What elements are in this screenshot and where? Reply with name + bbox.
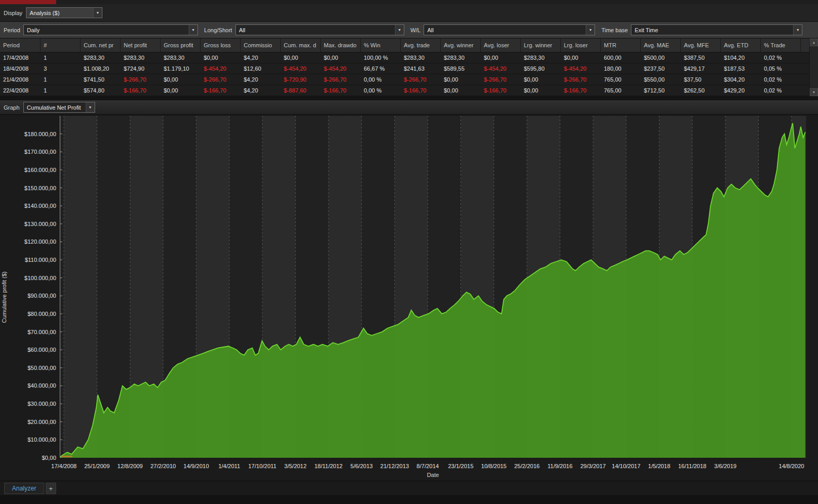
x-axis-tick-label: 14/10/2017 bbox=[612, 463, 640, 469]
table-cell: $429,17 bbox=[681, 63, 721, 74]
table-row[interactable]: 21/4/20081$741,50$-266,70$0,00$-266,70$4… bbox=[0, 74, 818, 85]
table-cell: $-454,20 bbox=[481, 63, 521, 74]
scroll-down-icon[interactable]: ▼ bbox=[810, 88, 818, 96]
display-select[interactable]: Analysis ($) ▼ bbox=[26, 7, 102, 18]
table-cell: $-720,90 bbox=[281, 74, 321, 85]
cumulative-net-profit-plot[interactable] bbox=[60, 116, 806, 458]
timebase-filter-group: Time base Exit Time ▼ bbox=[601, 24, 802, 35]
table-cell: $-887,60 bbox=[281, 85, 321, 96]
graph-toolbar: Graph Cumulative Net Profit ▼ bbox=[0, 100, 818, 115]
table-cell: 3 bbox=[41, 63, 81, 74]
tab-analyzer[interactable]: Analyzer bbox=[4, 483, 44, 494]
column-header[interactable]: Period bbox=[0, 38, 41, 52]
table-cell: $0,00 bbox=[521, 74, 561, 85]
column-header[interactable]: Gross loss bbox=[201, 38, 241, 52]
table-cell: $0,00 bbox=[441, 74, 481, 85]
table-cell: $589,55 bbox=[441, 63, 481, 74]
window-title-strip bbox=[0, 0, 818, 4]
y-axis-tick-label: $160.000,00 bbox=[4, 166, 56, 174]
table-cell: 1 bbox=[41, 85, 81, 96]
column-header[interactable]: Net profit bbox=[121, 38, 161, 52]
table-cell: $0,00 bbox=[481, 52, 521, 63]
table-cell: $0,00 bbox=[161, 74, 201, 85]
table-cell: $304,20 bbox=[721, 74, 761, 85]
table-cell: $-166,70 bbox=[561, 85, 601, 96]
column-header[interactable]: Commissio bbox=[241, 38, 281, 52]
table-cell: $-454,20 bbox=[321, 63, 361, 74]
column-header[interactable]: % Win bbox=[361, 38, 401, 52]
column-header[interactable]: Lrg. loser bbox=[561, 38, 601, 52]
chevron-down-icon: ▼ bbox=[586, 25, 595, 35]
table-cell: $-166,70 bbox=[121, 85, 161, 96]
y-axis-tick-label: $70.000,00 bbox=[4, 328, 56, 336]
chevron-down-icon: ▼ bbox=[93, 8, 102, 18]
timebase-select[interactable]: Exit Time ▼ bbox=[631, 24, 802, 35]
column-header[interactable]: Max. drawdo bbox=[321, 38, 361, 52]
window-tab-red[interactable] bbox=[0, 0, 56, 4]
column-header[interactable]: Cum. max. d bbox=[281, 38, 321, 52]
column-header[interactable]: Lrg. winner bbox=[521, 38, 561, 52]
table-cell: $-266,70 bbox=[561, 74, 601, 85]
column-header[interactable]: Avg. trade bbox=[401, 38, 441, 52]
table-row[interactable]: 17/4/20081$283,30$283,30$283,30$0,00$4,2… bbox=[0, 52, 818, 63]
column-header[interactable]: Avg. MAE bbox=[641, 38, 681, 52]
table-cell: $-266,70 bbox=[321, 74, 361, 85]
graph-select-value: Cumulative Net Profit bbox=[27, 104, 81, 111]
chevron-down-icon: ▼ bbox=[86, 102, 95, 112]
table-cell: 21/4/2008 bbox=[0, 74, 41, 85]
table-cell: $1.008,20 bbox=[81, 63, 121, 74]
display-label: Display bbox=[4, 10, 22, 16]
graph-label: Graph bbox=[4, 104, 20, 111]
x-axis-tick-label: 21/12/2013 bbox=[380, 463, 409, 469]
display-toolbar: Display Analysis ($) ▼ bbox=[0, 4, 818, 22]
table-cell: 765,00 bbox=[601, 85, 641, 96]
table-cell: $550,00 bbox=[641, 74, 681, 85]
table-cell: $-266,70 bbox=[201, 74, 241, 85]
y-axis-tick-label: $150.000,00 bbox=[4, 184, 56, 192]
x-axis-tick-label: 23/1/2015 bbox=[448, 463, 473, 469]
timebase-select-value: Exit Time bbox=[635, 27, 658, 33]
wl-filter-group: W/L All ▼ bbox=[411, 24, 596, 35]
table-cell: $0,00 bbox=[161, 85, 201, 96]
wl-select[interactable]: All ▼ bbox=[424, 24, 595, 35]
column-header[interactable]: Cum. net pr bbox=[81, 38, 121, 52]
graph-select[interactable]: Cumulative Net Profit ▼ bbox=[23, 102, 95, 113]
column-header[interactable]: Gross profit bbox=[161, 38, 201, 52]
x-axis-tick-label: 3/6/2019 bbox=[714, 463, 736, 469]
section-divider bbox=[0, 96, 818, 100]
table-cell: 17/4/2008 bbox=[0, 52, 41, 63]
column-header[interactable]: MTR bbox=[601, 38, 641, 52]
table-cell: 0,05 % bbox=[761, 63, 801, 74]
x-axis-tick-label: 29/3/2017 bbox=[580, 463, 606, 469]
table-cell: $262,50 bbox=[681, 85, 721, 96]
column-header[interactable]: Avg. winner bbox=[441, 38, 481, 52]
x-axis-tick-label: 14/9/2010 bbox=[183, 463, 209, 469]
chevron-down-icon: ▼ bbox=[189, 25, 197, 35]
column-header[interactable]: Avg. loser bbox=[481, 38, 521, 52]
period-select[interactable]: Daily ▼ bbox=[23, 24, 198, 35]
table-cell: $-166,70 bbox=[401, 85, 441, 96]
column-header[interactable]: Avg. ETD bbox=[721, 38, 761, 52]
add-tab-button[interactable]: + bbox=[46, 483, 56, 494]
table-cell: 100,00 % bbox=[361, 52, 401, 63]
table-cell: $237,50 bbox=[641, 63, 681, 74]
table-cell: $-454,20 bbox=[201, 63, 241, 74]
column-header[interactable]: Avg. MFE bbox=[681, 38, 721, 52]
analysis-table: Period#Cum. net prNet profitGross profit… bbox=[0, 38, 818, 96]
cumulative-profit-chart: Cumulative profit ($) Date $0,00$10.000,… bbox=[0, 115, 818, 481]
scroll-up-icon[interactable]: ▲ bbox=[810, 38, 818, 46]
analyzer-window: Display Analysis ($) ▼ Period Daily ▼ Lo… bbox=[0, 0, 818, 504]
window-bottom-strip bbox=[0, 495, 818, 504]
table-vertical-scrollbar[interactable]: ▲ ▼ bbox=[809, 38, 818, 96]
table-cell: $-166,70 bbox=[321, 85, 361, 96]
table-row[interactable]: 22/4/20081$574,80$-166,70$0,00$-166,70$4… bbox=[0, 85, 818, 96]
table-cell: 0,00 % bbox=[361, 74, 401, 85]
longshort-select[interactable]: All ▼ bbox=[235, 24, 404, 35]
y-axis-tick-label: $130.000,00 bbox=[4, 220, 56, 228]
table-cell: $187,53 bbox=[721, 63, 761, 74]
y-axis-tick-label: $40.000,00 bbox=[4, 382, 56, 389]
y-axis-tick-label: $50.000,00 bbox=[4, 364, 56, 372]
column-header[interactable]: # bbox=[41, 38, 81, 52]
table-row[interactable]: 18/4/20083$1.008,20$724,90$1.179,10$-454… bbox=[0, 63, 818, 74]
column-header[interactable]: % Trade bbox=[761, 38, 801, 52]
